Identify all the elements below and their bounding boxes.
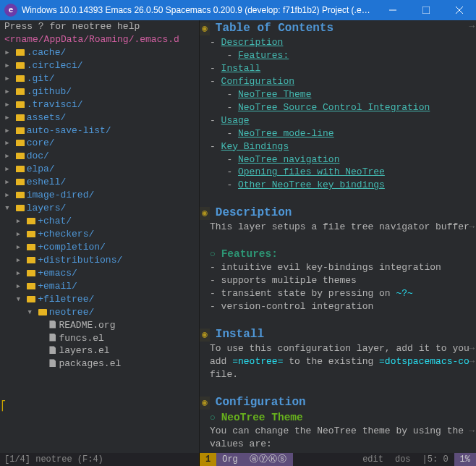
tree-directory[interactable]: ▸ .circleci/ <box>4 59 195 72</box>
close-button[interactable] <box>443 0 476 20</box>
tree-directory[interactable]: ▸ +distributions/ <box>4 254 195 267</box>
directory-label: +distributions/ <box>38 255 122 266</box>
expand-toggle-icon[interactable]: ▸ <box>4 112 16 123</box>
expand-toggle-icon[interactable]: ▸ <box>16 281 27 292</box>
tree-directory[interactable]: ▸ +emacs/ <box>4 267 195 280</box>
tree-directory[interactable]: ▸ +email/ <box>4 280 195 293</box>
toc-link[interactable]: Description <box>221 37 284 48</box>
toc-link[interactable]: NeoTree Source Control Integration <box>238 102 430 113</box>
folder-icon <box>16 137 27 148</box>
tree-directory[interactable]: ▸ +chat/ <box>4 215 195 228</box>
toc-link[interactable]: NeoTree navigation <box>238 154 339 165</box>
tree-directory[interactable]: ▸ .travisci/ <box>4 98 195 111</box>
body-text: You can change the NeoTree theme by usin… <box>210 425 464 436</box>
tree-directory[interactable]: ▸ +completion/ <box>4 241 195 254</box>
expand-toggle-icon[interactable]: ▸ <box>4 99 16 110</box>
expand-toggle-icon[interactable]: ▾ <box>16 294 27 305</box>
expand-toggle-icon[interactable]: ▸ <box>16 216 27 226</box>
feature-item: intuitive evil key-bindings integration <box>221 262 441 273</box>
tree-directory[interactable]: ▾ layers/ <box>4 202 195 215</box>
folder-icon <box>16 177 27 187</box>
tree-directory[interactable]: ▾ neotree/ <box>4 306 195 319</box>
neotree-root-path: <rname/AppData/Roaming/.emacs.d <box>0 33 199 46</box>
expand-toggle-icon[interactable]: ▸ <box>4 73 16 84</box>
directory-label: image-dired/ <box>27 190 95 200</box>
folder-icon <box>16 190 27 200</box>
section-heading: Configuration <box>216 396 306 409</box>
org-star-icon: ◉ <box>200 22 210 35</box>
section-heading: Description <box>216 206 292 219</box>
mode-line-neotree: [1/4] neotree (F:4) <box>0 453 200 466</box>
expand-toggle-icon[interactable]: ▸ <box>4 60 16 71</box>
folder-icon <box>16 99 27 110</box>
directory-label: .github/ <box>27 86 72 97</box>
svg-rect-1 <box>422 7 430 14</box>
file-icon <box>49 333 59 344</box>
tree-file[interactable]: funcs.el <box>4 332 195 345</box>
section-heading: Install <box>216 328 264 341</box>
expand-toggle-icon[interactable]: ▸ <box>4 190 16 200</box>
toc-link[interactable]: Features: <box>238 50 289 61</box>
directory-label: doc/ <box>27 151 49 161</box>
tree-directory[interactable]: ▸ doc/ <box>4 150 195 163</box>
toc-link[interactable]: Usage <box>221 115 250 126</box>
feature-item: supports multiple themes <box>221 275 357 286</box>
tree-file[interactable]: layers.el <box>4 344 195 357</box>
tree-file[interactable]: README.org <box>4 319 195 332</box>
tree-directory[interactable]: ▸ image-dired/ <box>4 189 195 202</box>
toc-link[interactable]: Configuration <box>221 76 294 87</box>
toc-link[interactable]: Other NeoTree key bindings <box>238 179 385 190</box>
expand-toggle-icon[interactable]: ▾ <box>27 307 38 318</box>
expand-toggle-icon[interactable]: ▸ <box>4 177 16 187</box>
tree-directory[interactable]: ▸ auto-save-list/ <box>4 124 195 137</box>
expand-toggle-icon[interactable]: ▸ <box>4 151 16 161</box>
toc-link[interactable]: Key Bindings <box>221 141 289 152</box>
folder-icon <box>27 255 38 266</box>
expand-toggle-icon[interactable]: ▸ <box>4 164 16 174</box>
tree-directory[interactable]: ▸ eshell/ <box>4 176 195 189</box>
toc-heading: Table of Contents <box>216 22 333 35</box>
expand-toggle-icon[interactable]: ▸ <box>4 86 16 97</box>
expand-toggle-icon[interactable]: ▸ <box>16 268 27 279</box>
tree-directory[interactable]: ▸ .github/ <box>4 85 195 98</box>
expand-toggle-icon[interactable]: ▸ <box>4 125 16 136</box>
expand-toggle-icon[interactable]: ▸ <box>16 255 27 266</box>
tree-directory[interactable]: ▸ .git/ <box>4 72 195 85</box>
folder-icon <box>16 164 27 174</box>
org-star-icon: ◉ <box>200 207 210 220</box>
project-segment <box>293 453 357 466</box>
expand-toggle-icon[interactable]: ▸ <box>4 137 16 148</box>
tree-directory[interactable]: ▸ elpa/ <box>4 163 195 176</box>
tree-directory[interactable]: ▸ assets/ <box>4 111 195 124</box>
expand-toggle-icon[interactable]: ▾ <box>4 203 16 213</box>
org-bullet-icon: ○ <box>210 412 216 423</box>
directory-label: auto-save-list/ <box>27 125 111 136</box>
minimize-button[interactable] <box>376 0 409 20</box>
maximize-button[interactable] <box>409 0 443 20</box>
org-buffer[interactable]: ◉ Table of Contents→- Description - Feat… <box>200 20 476 453</box>
tree-file[interactable]: packages.el <box>4 357 195 370</box>
directory-label: +completion/ <box>38 242 106 253</box>
folder-icon <box>16 60 27 71</box>
tree-directory[interactable]: ▸ core/ <box>4 137 195 150</box>
fringe-indicator: ⎡ <box>1 400 7 413</box>
directory-label: .travisci/ <box>27 99 83 110</box>
file-icon <box>49 358 59 369</box>
toc-link[interactable]: NeoTree Theme <box>238 89 311 100</box>
expand-toggle-icon[interactable]: ▸ <box>4 47 16 58</box>
expand-toggle-icon[interactable]: ▸ <box>16 229 27 240</box>
body-text: file. <box>210 369 238 380</box>
neotree-sidebar[interactable]: Press ? for neotree help <rname/AppData/… <box>0 20 200 453</box>
org-star-icon: ◉ <box>200 397 210 410</box>
expand-toggle-icon[interactable]: ▸ <box>16 242 27 253</box>
toc-link[interactable]: NeoTree mode-line <box>238 128 334 139</box>
toc-link[interactable]: Install <box>221 63 261 74</box>
directory-label: assets/ <box>27 112 67 123</box>
mode-line: [1/4] neotree (F:4) 1 Org ⓐⓨⓀⓢ edit dos … <box>0 453 476 466</box>
tree-directory[interactable]: ▾ +filetree/ <box>4 293 195 306</box>
tree-directory[interactable]: ▸ +checkers/ <box>4 228 195 241</box>
toc-link[interactable]: Opening files with NeoTree <box>238 166 385 177</box>
tree-directory[interactable]: ▸ .cache/ <box>4 46 195 59</box>
folder-icon <box>27 294 38 305</box>
emacs-icon: e <box>4 4 17 17</box>
